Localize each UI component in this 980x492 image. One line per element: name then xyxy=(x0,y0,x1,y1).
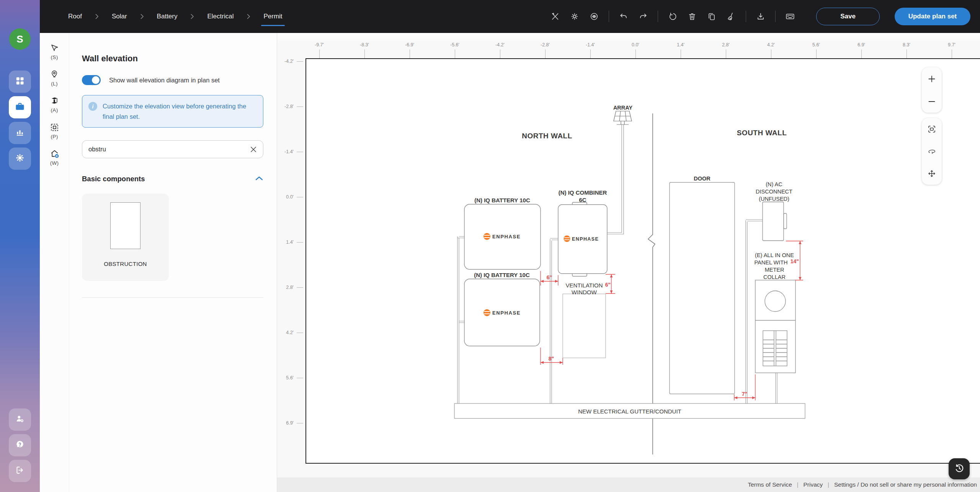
ruler-y-tick xyxy=(297,287,303,288)
array-conduit xyxy=(607,125,624,234)
preview-eye-icon[interactable] xyxy=(589,11,599,21)
wall-elevation-panel: Wall elevation Show wall elevation diagr… xyxy=(69,33,277,492)
all-in-one-panel[interactable] xyxy=(755,280,795,373)
footer-separator: | xyxy=(823,482,834,488)
toolbar-divider xyxy=(746,11,746,22)
toolbar-divider xyxy=(609,11,609,22)
ruler-x-label: 9.7' xyxy=(948,42,956,48)
dim-6in-vent: 6" xyxy=(605,282,611,288)
app-window: S xyxy=(0,0,980,492)
svg-text:ENPHASE: ENPHASE xyxy=(492,234,521,239)
tool-key-label: (P) xyxy=(51,134,58,139)
privacy-settings-link[interactable]: Settings / Do not sell or share my perso… xyxy=(834,481,977,488)
ruler-x-tick xyxy=(906,49,907,58)
tool-select[interactable]: (S) xyxy=(50,42,59,60)
ruler-x-tick xyxy=(816,49,817,58)
door-rect[interactable] xyxy=(670,182,735,394)
sidebar-item-analytics[interactable] xyxy=(9,122,31,144)
download-icon[interactable] xyxy=(756,11,766,21)
breadcrumb-battery[interactable]: Battery xyxy=(157,13,178,20)
wall-elevation-diagram: ENPHASE ENPHASE ENPHASE NORTH WALL SOUTH… xyxy=(305,58,980,464)
terms-link[interactable]: Terms of Service xyxy=(748,481,792,488)
legal-footer: Terms of Service | Privacy | Settings / … xyxy=(277,477,980,492)
tool-placement[interactable]: (P) xyxy=(50,121,59,139)
clean-up-broom-icon[interactable] xyxy=(726,11,736,21)
orbit-button[interactable] xyxy=(924,144,939,158)
tool-structural[interactable]: (A) xyxy=(49,95,59,113)
pan-button[interactable] xyxy=(924,167,939,180)
breadcrumb-separator-icon xyxy=(247,13,250,20)
version-history-button[interactable] xyxy=(949,458,970,479)
ruler-x-label: 8.3' xyxy=(903,42,910,48)
component-label: OBSTRUCTION xyxy=(104,261,147,267)
save-button[interactable]: Save xyxy=(816,8,880,25)
sidebar-item-projects[interactable] xyxy=(9,96,31,118)
fit-to-screen-button[interactable] xyxy=(924,122,939,136)
tool-add-wall[interactable]: (W) xyxy=(49,148,60,166)
ruler-x-tick xyxy=(455,49,455,58)
zoom-toolbar xyxy=(922,67,942,113)
array-symbol[interactable] xyxy=(614,111,632,125)
elevation-canvas[interactable]: -9.7'-8.3'-6.9'-5.6'-4.2'-2.8'-1.4'0.0'1… xyxy=(277,33,980,492)
ruler-x-tick xyxy=(726,49,726,58)
svg-text:ENPHASE: ENPHASE xyxy=(492,310,521,316)
ruler-y-label: -2.8' xyxy=(277,104,294,109)
component-search xyxy=(82,140,263,158)
search-input[interactable] xyxy=(88,146,249,153)
zoom-out-button[interactable] xyxy=(924,95,939,108)
sidebar-item-account[interactable] xyxy=(9,408,31,431)
svg-text:ENPHASE: ENPHASE xyxy=(572,236,599,242)
privacy-link[interactable]: Privacy xyxy=(803,481,823,488)
ruler-y-label: -4.2' xyxy=(277,59,294,64)
undo-icon[interactable] xyxy=(619,11,629,21)
ruler-x-tick xyxy=(681,49,681,58)
keyboard-shortcuts-icon[interactable] xyxy=(785,11,795,21)
settings-gear-icon[interactable] xyxy=(570,11,580,21)
enphase-logo: ENPHASE xyxy=(483,309,521,316)
panel-label: (E) ALL IN ONE xyxy=(755,252,794,258)
duplicate-icon[interactable] xyxy=(707,11,717,21)
sidebar-item-help[interactable] xyxy=(9,434,31,456)
zoom-in-button[interactable] xyxy=(924,72,939,86)
breadcrumb-roof[interactable]: Roof xyxy=(68,13,82,20)
ac-disconnect-box[interactable] xyxy=(763,202,787,241)
ruler-y-label: 1.4' xyxy=(277,239,294,245)
ruler-x-label: 2.8' xyxy=(722,42,730,48)
breadcrumb-solar[interactable]: Solar xyxy=(112,13,127,20)
ruler-x-label: -6.9' xyxy=(405,42,414,48)
sidebar-item-apps[interactable] xyxy=(9,71,31,93)
apps-grid-icon xyxy=(15,76,25,87)
avatar[interactable]: S xyxy=(9,28,31,50)
component-obstruction[interactable]: OBSTRUCTION xyxy=(82,194,169,281)
ruler-x-tick xyxy=(590,49,591,58)
ruler-x-tick xyxy=(861,49,862,58)
ruler-x-tick xyxy=(364,49,365,58)
ruler-x-label: 1.4' xyxy=(677,42,684,48)
show-elevation-toggle[interactable] xyxy=(82,75,101,85)
ruler-x-label: -9.7' xyxy=(315,42,324,48)
rotate-reset-icon[interactable] xyxy=(668,11,678,21)
vent-label: WINDOW xyxy=(572,289,597,295)
tool-location[interactable]: (L) xyxy=(50,69,59,87)
enphase-logo: ENPHASE xyxy=(483,233,521,240)
design-tools-icon[interactable] xyxy=(550,11,560,21)
redo-icon[interactable] xyxy=(638,11,648,21)
clear-search-icon[interactable] xyxy=(249,145,258,154)
delete-trash-icon[interactable] xyxy=(687,11,697,21)
sidebar-item-settings[interactable] xyxy=(9,148,31,170)
footer-separator: | xyxy=(792,482,804,488)
door-label: DOOR xyxy=(694,175,710,182)
breadcrumb: Roof Solar Battery Electrical Permit xyxy=(40,13,283,20)
breadcrumb-permit[interactable]: Permit xyxy=(263,13,282,20)
update-plan-set-button[interactable]: Update plan set xyxy=(895,8,970,25)
ruler-y-tick xyxy=(297,378,303,378)
add-wall-home-icon xyxy=(49,148,60,159)
toolbar-divider xyxy=(658,11,658,22)
combiner-label: (N) IQ COMBINER xyxy=(559,189,607,196)
collapse-chevron-icon[interactable] xyxy=(255,175,263,182)
bar-chart-icon xyxy=(15,127,25,139)
breadcrumb-permit-label: Permit xyxy=(263,13,282,20)
sidebar-item-logout[interactable] xyxy=(9,460,31,482)
breadcrumb-electrical[interactable]: Electrical xyxy=(207,13,234,20)
ventilation-window-rect[interactable] xyxy=(563,294,606,358)
